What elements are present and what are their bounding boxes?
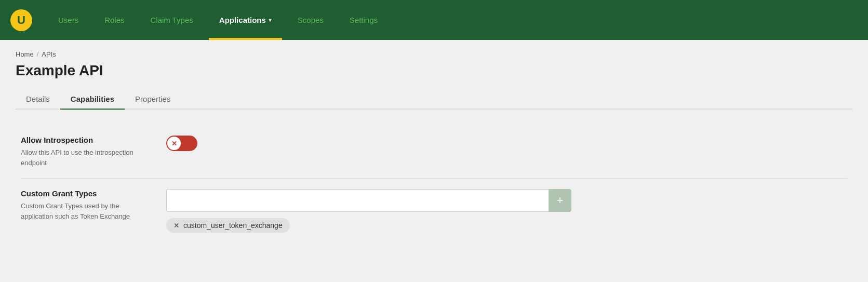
grant-types-input[interactable] [166,189,549,212]
introspection-label: Allow Introspection Allow this API to us… [21,136,145,168]
main-content: Allow Introspection Allow this API to us… [16,125,852,243]
tag-label: custom_user_token_exchange [183,221,283,230]
introspection-section: Allow Introspection Allow this API to us… [21,125,847,178]
nav-item-applications[interactable]: Applications ▾ [209,0,282,40]
grant-types-desc: Custom Grant Types used by the applicati… [21,201,145,221]
tag-remove-icon[interactable]: ✕ [173,222,179,230]
tab-capabilities[interactable]: Capabilities [60,89,125,109]
tabs: Details Capabilities Properties [16,89,852,110]
page-title: Example API [16,62,852,79]
breadcrumb-apis[interactable]: APIs [42,50,56,58]
introspection-desc: Allow this API to use the introspection … [21,147,145,168]
tab-details[interactable]: Details [16,89,60,109]
grant-types-title: Custom Grant Types [21,189,145,198]
nav-item-roles[interactable]: Roles [94,0,135,40]
introspection-title: Allow Introspection [21,136,145,144]
grant-types-control: + ✕ custom_user_token_exchange [166,189,847,233]
content-area: Home / APIs Example API Details Capabili… [0,40,868,259]
nav-item-settings[interactable]: Settings [339,0,388,40]
grant-types-label: Custom Grant Types Custom Grant Types us… [21,189,145,221]
nav-item-claim-types[interactable]: Claim Types [140,0,204,40]
introspection-toggle[interactable]: ✕ [166,136,197,151]
applications-dropdown-arrow: ▾ [269,17,272,23]
add-icon: + [557,194,564,207]
toggle-knob: ✕ [167,137,181,150]
grant-types-section: Custom Grant Types Custom Grant Types us… [21,179,847,243]
grant-type-tag: ✕ custom_user_token_exchange [166,218,290,233]
breadcrumb-sep: / [37,50,39,58]
breadcrumb: Home / APIs [16,50,852,58]
tab-properties[interactable]: Properties [125,89,181,109]
toggle-knob-icon: ✕ [171,140,177,147]
introspection-toggle-wrap: ✕ [166,136,197,151]
navbar: U Users Roles Claim Types Applications ▾… [0,0,868,40]
breadcrumb-home[interactable]: Home [16,50,34,58]
introspection-control: ✕ [166,136,847,151]
grant-types-input-row: + [166,189,571,212]
app-logo[interactable]: U [10,9,32,31]
nav-item-scopes[interactable]: Scopes [287,0,334,40]
nav-item-users[interactable]: Users [48,0,89,40]
add-grant-type-button[interactable]: + [549,189,571,212]
